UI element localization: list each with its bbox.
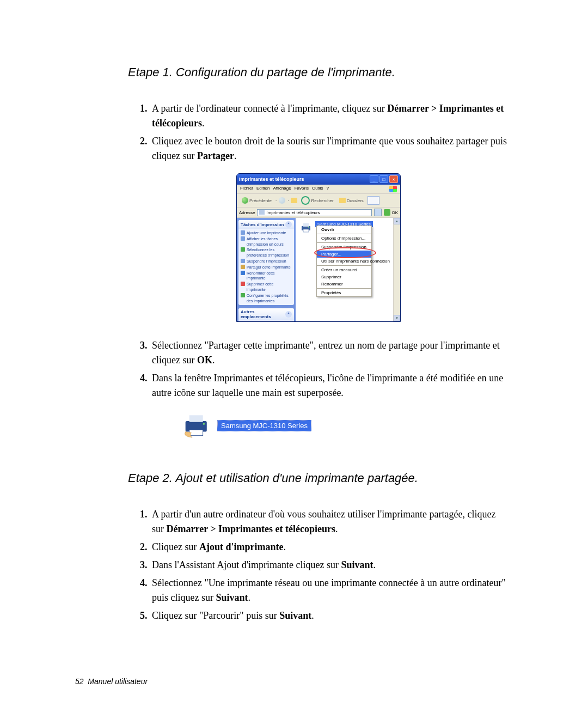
list-item: A partir d'un autre ordinateur d'où vous… bbox=[150, 507, 509, 537]
task-link[interactable]: Ajouter une imprimante bbox=[241, 230, 292, 236]
ctx-delete[interactable]: Supprimer bbox=[317, 273, 371, 281]
ctx-open[interactable]: Ouvrir bbox=[317, 226, 371, 233]
ctx-suspend[interactable]: Suspendre l'impression bbox=[317, 243, 371, 251]
task-link[interactable]: Renommer cette imprimante bbox=[241, 271, 292, 282]
scroll-down-icon[interactable]: ▼ bbox=[394, 315, 400, 321]
views-button[interactable] bbox=[367, 196, 379, 205]
svg-rect-2 bbox=[303, 229, 309, 232]
svg-point-3 bbox=[308, 227, 309, 228]
body-text: . bbox=[234, 150, 237, 161]
task-label: Afficher les tâches d'impression en cour… bbox=[247, 236, 292, 247]
step2-list: A partir d'un autre ordinateur d'où vous… bbox=[128, 507, 509, 623]
task-label: Partager cette imprimante bbox=[247, 265, 291, 270]
address-dropdown-icon[interactable] bbox=[374, 209, 382, 216]
menu-item[interactable]: Edition bbox=[256, 186, 270, 192]
svg-point-7 bbox=[203, 423, 205, 425]
address-field[interactable]: Imprimantes et télécopieurs bbox=[257, 209, 372, 216]
forward-icon[interactable] bbox=[279, 197, 285, 204]
scrollbar[interactable]: ▲ ▼ bbox=[393, 218, 400, 321]
bold-text: Partager bbox=[197, 150, 234, 161]
menu-item[interactable]: Affichage bbox=[273, 186, 291, 192]
search-icon bbox=[301, 196, 310, 205]
list-item: Cliquez sur Ajout d'imprimante. bbox=[150, 540, 509, 554]
window-buttons: _ □ × bbox=[370, 175, 398, 183]
tasks-header-label: Tâches d'impression bbox=[241, 222, 284, 227]
task-link[interactable]: Supprimer cette imprimante bbox=[241, 282, 292, 292]
body-text: Cliquez sur bbox=[152, 541, 199, 552]
ctx-share[interactable]: Partager... bbox=[317, 251, 371, 258]
page-number: 52 bbox=[75, 677, 84, 686]
task-link[interactable]: Afficher les tâches d'impression en cour… bbox=[241, 236, 292, 247]
other-block: Autres emplacements ˄ Panneau de configu… bbox=[238, 308, 294, 322]
folders-icon bbox=[339, 198, 346, 203]
jobs-icon bbox=[241, 236, 245, 241]
menu-item[interactable]: Fichier bbox=[240, 186, 253, 192]
body-text: . bbox=[212, 355, 215, 365]
svg-rect-1 bbox=[303, 223, 309, 227]
minimize-icon[interactable]: _ bbox=[370, 175, 378, 183]
shared-printer-icon bbox=[182, 412, 212, 438]
task-label: Ajouter une imprimante bbox=[247, 230, 286, 236]
bold-text: Ajout d'imprimante bbox=[199, 541, 284, 552]
side-panel: Tâches d'impression ˄ Ajouter une imprim… bbox=[237, 218, 296, 321]
body-text: Dans la fenêtre Imprimantes et télécopie… bbox=[152, 373, 503, 398]
window-title: Imprimantes et télécopieurs bbox=[239, 176, 370, 182]
menu-item[interactable]: Favoris bbox=[295, 186, 309, 192]
menu-item[interactable]: ? bbox=[326, 186, 328, 192]
share-icon bbox=[241, 265, 245, 269]
step1-list: A partir de l'ordinateur connecté à l'im… bbox=[128, 101, 509, 163]
step2-title: Etape 2. Ajout et utilisation d'une impr… bbox=[128, 471, 509, 485]
body-text: . bbox=[248, 592, 251, 603]
address-value: Imprimantes et télécopieurs bbox=[266, 210, 320, 215]
menubar: Fichier Edition Affichage Favoris Outils… bbox=[237, 185, 400, 194]
task-link[interactable]: Sélectionnez les préférences d'impressio… bbox=[241, 247, 292, 258]
list-item: Dans l'Assistant Ajout d'imprimante cliq… bbox=[150, 558, 509, 572]
up-icon[interactable] bbox=[291, 198, 297, 203]
task-label: Supprimer cette imprimante bbox=[247, 282, 292, 292]
context-menu: Ouvrir Options d'impression... Suspendre… bbox=[316, 226, 372, 297]
folders-label: Dossiers bbox=[347, 198, 364, 203]
task-label: Sélectionnez les préférences d'impressio… bbox=[247, 247, 292, 258]
body-text: . bbox=[335, 523, 338, 534]
task-label: Configurer les propriétés des imprimante… bbox=[247, 293, 292, 304]
list-item: Cliquez avec le bouton droit de la souri… bbox=[150, 134, 509, 163]
rename-icon bbox=[241, 271, 245, 275]
bold-text: Démarrer > Imprimantes et télécopieurs bbox=[167, 523, 336, 534]
list-item: A partir de l'ordinateur connecté à l'im… bbox=[150, 101, 509, 131]
ctx-properties[interactable]: Propriétés bbox=[317, 289, 371, 296]
menu-item[interactable]: Outils bbox=[312, 186, 323, 192]
body-text: Sélectionnez "Une imprimante réseau ou u… bbox=[152, 577, 506, 603]
task-link[interactable]: Suspendre l'impression bbox=[241, 259, 292, 264]
page-footer: 52 Manuel utilisateur bbox=[75, 677, 148, 686]
printers-folder-icon bbox=[259, 210, 265, 215]
other-header[interactable]: Autres emplacements ˄ bbox=[238, 308, 294, 320]
ctx-shortcut[interactable]: Créer un raccourci bbox=[317, 266, 371, 273]
task-label: Renommer cette imprimante bbox=[247, 271, 292, 282]
back-icon bbox=[242, 197, 248, 204]
body-text: . bbox=[284, 541, 286, 552]
scroll-up-icon[interactable]: ▲ bbox=[394, 218, 400, 224]
back-label: Précédente bbox=[249, 198, 272, 203]
window-titlebar: Imprimantes et télécopieurs _ □ × bbox=[237, 174, 400, 185]
window-body: Tâches d'impression ˄ Ajouter une imprim… bbox=[237, 218, 400, 321]
ctx-offline[interactable]: Utiliser l'imprimante hors connexion bbox=[317, 258, 371, 265]
body-text: A partir de l'ordinateur connecté à l'im… bbox=[152, 103, 387, 114]
maximize-icon[interactable]: □ bbox=[379, 175, 388, 183]
go-button[interactable]: OK bbox=[384, 209, 398, 216]
shared-printer-label: Samsung MJC-1310 Series bbox=[217, 420, 311, 431]
body-text: . bbox=[202, 118, 205, 129]
back-button[interactable]: Précédente bbox=[240, 197, 273, 204]
printer-icon bbox=[299, 221, 313, 234]
step1-list-cont: Sélectionnez "Partager cette imprimante"… bbox=[128, 338, 509, 400]
close-icon[interactable]: × bbox=[389, 175, 398, 183]
task-link[interactable]: Partager cette imprimante bbox=[241, 265, 292, 270]
chevron-up-icon: ˄ bbox=[285, 311, 292, 318]
bold-text: Suivant bbox=[216, 592, 248, 603]
ctx-options[interactable]: Options d'impression... bbox=[317, 235, 371, 242]
search-button[interactable]: Rechercher bbox=[299, 196, 335, 205]
ctx-rename[interactable]: Renommer bbox=[317, 281, 371, 288]
task-link[interactable]: Configurer les propriétés des imprimante… bbox=[241, 293, 292, 304]
tasks-header[interactable]: Tâches d'impression ˄ bbox=[238, 220, 294, 229]
windows-logo-icon bbox=[389, 186, 397, 192]
folders-button[interactable]: Dossiers bbox=[338, 197, 365, 204]
